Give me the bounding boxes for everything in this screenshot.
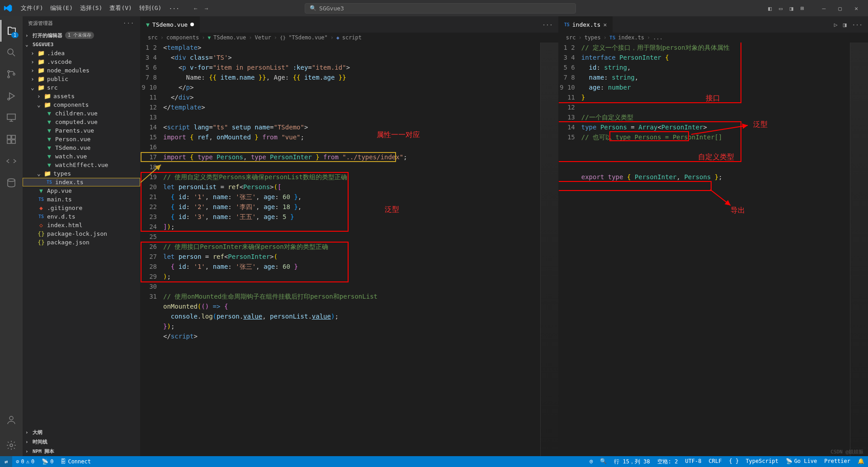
layout-customize-icon[interactable]: ⊞ xyxy=(798,3,807,14)
tab-indexts[interactable]: TS index.ts ✕ xyxy=(559,16,613,33)
code-body-right: // 定义一个接口，用于限制person对象的具体属性 interface Pe… xyxy=(581,43,850,456)
folder-types[interactable]: ⌄📁types xyxy=(23,169,140,178)
menu-edit[interactable]: 编辑(E) xyxy=(47,2,76,14)
svg-rect-9 xyxy=(12,140,15,143)
menu-goto[interactable]: 转到(G) xyxy=(136,2,165,14)
breadcrumbs-left[interactable]: src› components› ▼TSdemo.vue› Vetur› {}"… xyxy=(141,33,558,43)
folder-components[interactable]: ⌄📁components xyxy=(23,100,140,109)
folder-assets[interactable]: ›📁assets xyxy=(23,92,140,100)
file-parents[interactable]: ▼Parents.vue xyxy=(23,126,140,135)
status-connect[interactable]: 🗄Connect xyxy=(57,456,94,467)
nav-back-icon[interactable]: ← xyxy=(192,3,199,14)
status-radio[interactable]: 📡0 xyxy=(38,456,57,467)
section-npm[interactable]: ›NPM 脚本 xyxy=(23,447,140,456)
menu-more[interactable]: ··· xyxy=(165,3,183,14)
file-tsdemo[interactable]: ▼TSdemo.vue xyxy=(23,143,140,152)
more-actions-icon[interactable]: ··· xyxy=(542,21,552,28)
folder-src[interactable]: ⌄📁src xyxy=(23,83,140,92)
status-lang[interactable]: { } TypeScript xyxy=(725,458,782,464)
folder-public[interactable]: ›📁public xyxy=(23,75,140,83)
status-cursor[interactable]: 行 15，列 38 xyxy=(610,458,653,466)
status-zoom2[interactable]: 🔍 xyxy=(596,458,610,464)
code-body-left: <template> <div class='TS'> <p v-for="it… xyxy=(163,43,540,456)
code-editor-right[interactable]: 1 2 3 4 5 6 7 8 9 10 11 12 13 14 15 // 定… xyxy=(559,43,868,456)
command-search[interactable]: 🔍 SGGvue3 xyxy=(305,3,576,14)
svg-point-12 xyxy=(10,444,13,447)
status-problems[interactable]: ⊘0 ⚠0 xyxy=(12,456,38,467)
menu-file[interactable]: 文件(F) xyxy=(17,2,47,14)
folder-idea[interactable]: ›📁.idea xyxy=(23,49,140,57)
svg-point-4 xyxy=(8,98,9,100)
status-encoding[interactable]: UTF-8 xyxy=(681,458,705,464)
section-open-editors[interactable]: › 打开的编辑器 1 个未保存 xyxy=(23,30,140,40)
layout-primary-icon[interactable]: ◧ xyxy=(765,3,774,14)
file-watcheffect[interactable]: ▼watchEffect.vue xyxy=(23,161,140,169)
close-icon[interactable]: ✕ xyxy=(848,2,864,14)
folder-vscode[interactable]: ›📁.vscode xyxy=(23,57,140,66)
watermark: CSDN @姐姐振 xyxy=(830,448,863,455)
file-computed[interactable]: ▼computed.vue xyxy=(23,118,140,126)
activity-extensions[interactable] xyxy=(0,129,22,150)
file-person[interactable]: ▼Person.vue xyxy=(23,135,140,143)
db-icon: 🗄 xyxy=(61,458,66,465)
nav-arrows: ← → xyxy=(192,3,210,14)
folder-node-modules[interactable]: ›📁node_modules xyxy=(23,66,140,75)
code-editor-left[interactable]: 1 2 3 4 5 6 7 8 9 10 11 12 13 14 15 16 1… xyxy=(141,43,558,456)
section-outline[interactable]: ›大纲 xyxy=(23,428,140,437)
activity-remote[interactable] xyxy=(0,107,22,129)
annotation-interface: 接口 xyxy=(706,93,720,103)
file-maints[interactable]: TSmain.ts xyxy=(23,195,140,204)
activity-explorer[interactable]: 1 xyxy=(0,20,22,42)
file-pkg[interactable]: {}package.json xyxy=(23,238,140,247)
activity-account[interactable] xyxy=(0,409,22,431)
activity-debug[interactable] xyxy=(0,85,22,107)
file-app[interactable]: ▼App.vue xyxy=(23,186,140,195)
run-icon[interactable]: ▷ xyxy=(834,21,838,28)
status-notif[interactable]: 🔔 xyxy=(854,458,868,464)
remote-button[interactable]: ⇄ xyxy=(0,456,12,467)
activity-db[interactable] xyxy=(0,172,22,194)
file-children[interactable]: ▼children.vue xyxy=(23,109,140,118)
svg-point-1 xyxy=(8,71,9,72)
activity-search[interactable] xyxy=(0,42,22,63)
status-golive[interactable]: 📡Go Live xyxy=(782,458,821,464)
tab-close-icon[interactable]: ✕ xyxy=(603,21,607,28)
layout-secondary-icon[interactable]: ◨ xyxy=(787,3,796,14)
svg-point-2 xyxy=(8,76,9,78)
file-pkglock[interactable]: {}package-lock.json xyxy=(23,229,140,238)
layout-panel-icon[interactable]: ▭ xyxy=(776,3,785,14)
menu-view[interactable]: 查看(V) xyxy=(106,2,135,14)
section-timeline[interactable]: ›时间线 xyxy=(23,437,140,447)
activity-remote2[interactable] xyxy=(0,150,22,172)
tab-bar-right: TS index.ts ✕ ▷ ◨ ··· xyxy=(559,16,868,33)
nav-forward-icon[interactable]: → xyxy=(203,3,210,14)
menu-select[interactable]: 选择(S) xyxy=(76,2,106,14)
file-watch[interactable]: ▼watch.vue xyxy=(23,152,140,161)
section-project[interactable]: ⌄ SGGVUE3 xyxy=(23,40,140,49)
minimize-icon[interactable]: — xyxy=(816,2,832,14)
more-actions-icon[interactable]: ··· xyxy=(852,21,863,28)
status-zoom[interactable]: ◎ xyxy=(586,458,596,464)
window-controls: — ▢ ✕ xyxy=(816,2,864,14)
svg-rect-7 xyxy=(12,135,15,139)
status-spaces[interactable]: 空格: 2 xyxy=(654,458,682,466)
sidebar-more-icon[interactable]: ··· xyxy=(123,20,135,26)
file-indexts[interactable]: TSindex.ts xyxy=(23,178,140,186)
file-envdts[interactable]: TSenv.d.ts xyxy=(23,212,140,221)
maximize-icon[interactable]: ▢ xyxy=(832,2,848,14)
activity-settings[interactable] xyxy=(0,434,22,456)
layout-controls: ◧ ▭ ◨ ⊞ xyxy=(765,3,807,14)
status-eol[interactable]: CRLF xyxy=(705,458,726,464)
activity-git[interactable] xyxy=(0,63,22,85)
minimap-left[interactable] xyxy=(540,43,558,456)
file-gitignore[interactable]: ◆.gitignore xyxy=(23,204,140,212)
svg-rect-5 xyxy=(7,114,15,119)
explorer-badge: 1 xyxy=(11,32,19,38)
search-icon: 🔍 xyxy=(310,5,316,11)
tab-tsdemo[interactable]: ▼ TSdemo.vue xyxy=(141,16,200,33)
breadcrumbs-right[interactable]: src› types› TSindex.ts› ... xyxy=(559,33,868,43)
split-editor-icon[interactable]: ◨ xyxy=(843,21,847,28)
status-prettier[interactable]: Prettier xyxy=(821,458,854,464)
file-indexhtml[interactable]: ◇index.html xyxy=(23,221,140,229)
minimap-right[interactable] xyxy=(850,43,868,456)
